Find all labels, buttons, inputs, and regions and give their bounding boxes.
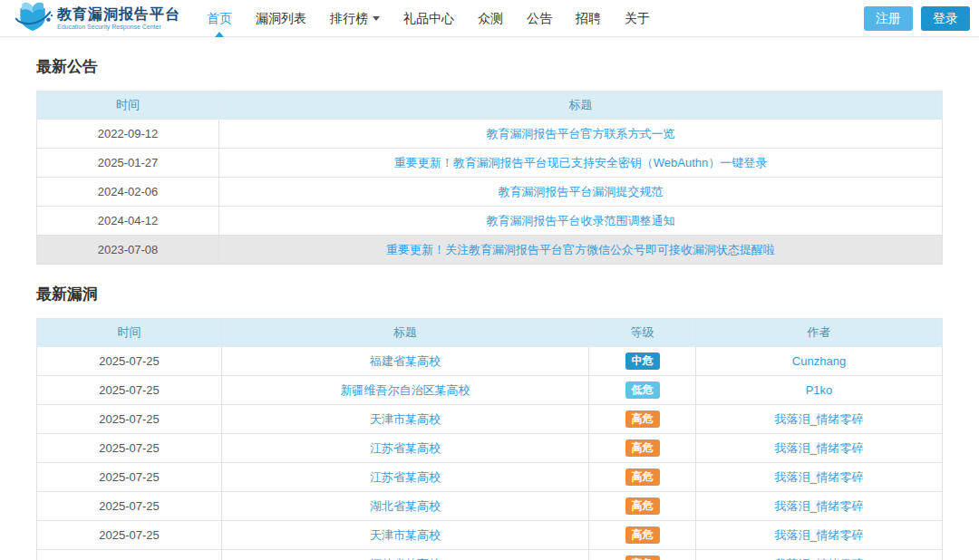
nav-item-label: 漏洞列表 — [256, 11, 306, 25]
vulnerability-row: 2025-07-25 江苏省某高校 高危 我落泪_情绪零碎 — [37, 434, 943, 463]
vulnerability-row: 2025-07-25 江苏省某高校 高危 我落泪_情绪零碎 — [37, 463, 943, 492]
announcement-date: 2024-04-12 — [37, 207, 219, 236]
nav-item-label: 排行榜 — [330, 11, 368, 25]
vulnerability-author-link[interactable]: 我落泪_情绪零碎 — [774, 441, 863, 455]
nav-item[interactable]: 公告 — [515, 0, 564, 37]
severity-badge: 高危 — [625, 468, 660, 486]
vulnerability-date: 2025-07-25 — [37, 376, 222, 405]
announcement-title-link[interactable]: 教育漏洞报告平台官方联系方式一览 — [487, 127, 675, 140]
announcement-date: 2023-07-08 — [37, 236, 219, 265]
nav-item[interactable]: 漏洞列表 — [244, 0, 318, 37]
vulnerability-date: 2025-07-25 — [37, 463, 222, 492]
announcement-row: 2025-01-27 重要更新！教育漏洞报告平台现已支持安全密钥（WebAuth… — [37, 149, 943, 178]
nav-item-label: 首页 — [207, 11, 232, 25]
vulnerability-date: 2025-07-25 — [37, 405, 222, 434]
vulnerability-date: 2025-07-25 — [37, 521, 222, 550]
nav-item-label: 招聘 — [576, 11, 601, 25]
main-content: 最新公告 时间 标题 2022-09-12 教育漏洞报告平台官方联系方式一览 2… — [0, 56, 979, 560]
vulnerability-date: 2025-07-25 — [37, 492, 222, 521]
nav-item[interactable]: 招聘 — [564, 0, 613, 37]
announcement-title-link[interactable]: 教育漏洞报告平台收录范围调整通知 — [487, 214, 675, 227]
column-header-time: 时间 — [37, 92, 219, 120]
table-header-row: 时间 标题 — [37, 92, 943, 120]
column-header-title: 标题 — [219, 92, 943, 120]
vulnerability-title-link[interactable]: 江苏省某高校 — [370, 470, 441, 484]
brand-text: 教育漏洞报告平台 Education Security Response Cen… — [57, 7, 180, 30]
vulnerability-row: 2025-07-25 江苏省某高校 高危 我落泪_情绪零碎 — [37, 550, 943, 560]
vulnerability-author-link[interactable]: 我落泪_情绪零碎 — [774, 528, 863, 542]
vulnerability-author-link[interactable]: Cunzhang — [792, 354, 846, 368]
nav-item[interactable]: 排行榜 — [318, 0, 392, 37]
nav-item[interactable]: 众测 — [466, 0, 515, 37]
severity-badge: 中危 — [625, 352, 660, 370]
vulnerability-title-link[interactable]: 江苏省某高校 — [370, 441, 441, 455]
vulnerabilities-section-title: 最新漏洞 — [36, 284, 943, 304]
vulnerability-title-link[interactable]: 湖北省某高校 — [370, 499, 441, 513]
vulnerability-date: 2025-07-25 — [37, 347, 222, 376]
announcement-title-link[interactable]: 重要更新！教育漏洞报告平台现已支持安全密钥（WebAuthn）一键登录 — [394, 156, 767, 169]
column-header-author: 作者 — [696, 319, 943, 347]
nav-item-label: 公告 — [527, 11, 552, 25]
nav-item-label: 众测 — [478, 11, 503, 25]
site-logo[interactable]: 教育漏洞报告平台 Education Security Response Cen… — [15, 0, 180, 36]
vulnerability-author-link[interactable]: P1ko — [806, 383, 833, 397]
announcement-row: 2024-04-12 教育漏洞报告平台收录范围调整通知 — [37, 207, 943, 236]
severity-badge: 低危 — [625, 381, 660, 399]
announcement-row: 2024-02-06 教育漏洞报告平台漏洞提交规范 — [37, 178, 943, 207]
announcements-section-title: 最新公告 — [36, 56, 943, 77]
severity-badge: 高危 — [625, 439, 660, 457]
vulnerability-author-link[interactable]: 我落泪_情绪零碎 — [774, 470, 863, 484]
announcement-title-link[interactable]: 教育漏洞报告平台漏洞提交规范 — [499, 185, 664, 198]
severity-badge: 高危 — [625, 410, 660, 428]
login-button[interactable]: 登录 — [921, 6, 970, 31]
vulnerability-row: 2025-07-25 湖北省某高校 高危 我落泪_情绪零碎 — [37, 492, 943, 521]
site-subtitle: Education Security Response Center — [57, 24, 180, 30]
vulnerability-title-link[interactable]: 天津市某高校 — [370, 412, 441, 426]
vulnerability-row: 2025-07-25 福建省某高校 中危 Cunzhang — [37, 347, 943, 376]
announcement-date: 2022-09-12 — [37, 120, 219, 149]
nav-item[interactable]: 首页 — [195, 0, 244, 37]
column-header-level: 等级 — [589, 319, 696, 347]
vulnerability-author-link[interactable]: 我落泪_情绪零碎 — [774, 557, 863, 560]
top-navbar: 教育漏洞报告平台 Education Security Response Cen… — [0, 0, 979, 37]
vulnerability-row: 2025-07-25 天津市某高校 高危 我落泪_情绪零碎 — [37, 405, 943, 434]
nav-item-label: 礼品中心 — [403, 11, 454, 25]
column-header-time: 时间 — [37, 319, 222, 347]
column-header-title: 标题 — [222, 319, 589, 347]
register-button[interactable]: 注册 — [864, 6, 913, 31]
vulnerability-row: 2025-07-25 新疆维吾尔自治区某高校 低危 P1ko — [37, 376, 943, 405]
announcement-date: 2025-01-27 — [37, 149, 219, 178]
severity-badge: 高危 — [625, 497, 660, 515]
announcement-title-link[interactable]: 重要更新！关注教育漏洞报告平台官方微信公众号即可接收漏洞状态提醒啦 — [386, 243, 775, 256]
main-nav: 首页 漏洞列表 排行榜 礼品中心 众测 公告 招聘 关于 — [195, 0, 662, 37]
vulnerability-date: 2025-07-25 — [37, 434, 222, 463]
announcement-row: 2023-07-08 重要更新！关注教育漏洞报告平台官方微信公众号即可接收漏洞状… — [37, 236, 943, 265]
auth-buttons: 注册 登录 — [864, 6, 970, 31]
vulnerability-author-link[interactable]: 我落泪_情绪零碎 — [774, 499, 863, 513]
vulnerability-title-link[interactable]: 新疆维吾尔自治区某高校 — [341, 383, 470, 397]
nav-item[interactable]: 关于 — [613, 0, 662, 37]
announcement-row: 2022-09-12 教育漏洞报告平台官方联系方式一览 — [37, 120, 943, 149]
dropdown-caret-icon — [373, 16, 380, 21]
vulnerabilities-table: 时间 标题 等级 作者 2025-07-25 福建省某高校 中危 Cunzhan… — [36, 318, 943, 560]
vulnerability-date: 2025-07-25 — [37, 550, 222, 560]
announcement-date: 2024-02-06 — [37, 178, 219, 207]
table-header-row: 时间 标题 等级 作者 — [37, 319, 943, 347]
vulnerability-title-link[interactable]: 江苏省某高校 — [370, 557, 441, 560]
nav-item-label: 关于 — [625, 11, 650, 25]
announcements-table: 时间 标题 2022-09-12 教育漏洞报告平台官方联系方式一览 2025-0… — [36, 91, 943, 265]
vulnerability-title-link[interactable]: 天津市某高校 — [370, 528, 441, 542]
vulnerability-row: 2025-07-25 天津市某高校 高危 我落泪_情绪零碎 — [37, 521, 943, 550]
severity-badge: 高危 — [625, 555, 660, 560]
vulnerability-title-link[interactable]: 福建省某高校 — [370, 354, 441, 368]
book-shield-logo-icon — [15, 0, 53, 36]
site-title: 教育漏洞报告平台 — [57, 7, 180, 22]
nav-item[interactable]: 礼品中心 — [392, 0, 466, 37]
vulnerability-author-link[interactable]: 我落泪_情绪零碎 — [774, 412, 863, 426]
severity-badge: 高危 — [625, 526, 660, 544]
